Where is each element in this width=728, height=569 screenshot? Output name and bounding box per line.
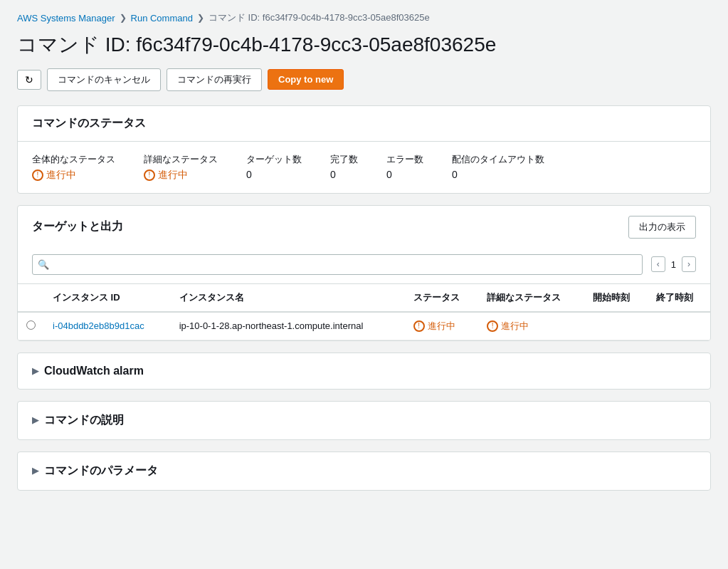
row-detailed-status-icon: ! xyxy=(487,320,498,332)
cloudwatch-section: ▶ CloudWatch alarm xyxy=(17,353,711,390)
breadcrumb-link-run-command[interactable]: Run Command xyxy=(131,13,193,24)
in-progress-icon-detailed: ! xyxy=(144,169,155,181)
table-head: インスタンス ID インスタンス名 ステータス 詳細なステータス 開始時刻 終了… xyxy=(18,284,710,312)
status-label-timeout: 配信のタイムアウト数 xyxy=(452,153,544,166)
col-end-time: 終了時刻 xyxy=(648,284,710,312)
status-card-body: 全体的なステータス ! 進行中 詳細なステータス ! 進行中 ターゲット数 0 xyxy=(18,142,710,193)
search-icon: 🔍 xyxy=(38,259,49,270)
col-instance-name: インスタンス名 xyxy=(171,284,405,312)
targets-title: ターゲットと出力 xyxy=(32,219,123,234)
cloudwatch-arrow: ▶ xyxy=(32,366,38,376)
refresh-button[interactable]: ↻ xyxy=(17,70,41,90)
status-card: コマンドのステータス 全体的なステータス ! 進行中 詳細なステータス ! 進行… xyxy=(17,105,711,194)
parameters-section: ▶ コマンドのパラメータ xyxy=(17,451,711,491)
copy-to-new-button[interactable]: Copy to new xyxy=(268,69,344,90)
row-instance-name: ip-10-0-1-28.ap-northeast-1.compute.inte… xyxy=(171,312,405,340)
status-value-targets: 0 xyxy=(246,169,302,180)
col-detailed-status: 詳細なステータス xyxy=(478,284,584,312)
row-radio-cell xyxy=(18,312,44,340)
pagination-prev-button[interactable]: ‹ xyxy=(651,256,665,272)
show-output-button[interactable]: 出力の表示 xyxy=(628,216,696,239)
row-status: !進行中 xyxy=(405,312,479,340)
description-title: コマンドの説明 xyxy=(44,413,124,428)
status-label-detailed: 詳細なステータス xyxy=(144,153,218,166)
breadcrumb: AWS Systems Manager ❯ Run Command ❯ コマンド… xyxy=(17,11,711,24)
col-radio xyxy=(18,284,44,312)
row-end-time xyxy=(648,312,710,340)
row-detailed-status-text: 進行中 xyxy=(501,320,529,333)
status-value-detailed: ! 進行中 xyxy=(144,169,218,182)
status-value-overall: ! 進行中 xyxy=(32,169,115,182)
col-start-time: 開始時刻 xyxy=(584,284,647,312)
status-item-targets: ターゲット数 0 xyxy=(246,153,302,182)
instance-id-link[interactable]: i-04bddb2eb8b9d1cac xyxy=(53,320,144,331)
status-item-completed: 完了数 0 xyxy=(330,153,358,182)
status-label-targets: ターゲット数 xyxy=(246,153,302,166)
search-input-wrapper: 🔍 xyxy=(32,254,643,275)
status-item-timeout: 配信のタイムアウト数 0 xyxy=(452,153,544,182)
table-body: i-04bddb2eb8b9d1cacip-10-0-1-28.ap-north… xyxy=(18,312,710,340)
row-detailed-status: !進行中 xyxy=(478,312,584,340)
rerun-command-button[interactable]: コマンドの再実行 xyxy=(167,68,262,91)
row-status-icon: ! xyxy=(413,320,425,332)
description-arrow: ▶ xyxy=(32,415,38,425)
parameters-arrow: ▶ xyxy=(32,466,38,476)
cloudwatch-title: CloudWatch alarm xyxy=(44,365,144,377)
refresh-icon: ↻ xyxy=(25,75,33,85)
search-input[interactable] xyxy=(32,254,643,275)
breadcrumb-sep-1: ❯ xyxy=(120,13,127,23)
table-row[interactable]: i-04bddb2eb8b9d1cacip-10-0-1-28.ap-north… xyxy=(18,312,710,340)
description-section: ▶ コマンドの説明 xyxy=(17,401,711,440)
targets-card: ターゲットと出力 出力の表示 🔍 ‹ 1 › インスタンス ID インスタンス名… xyxy=(17,205,711,341)
targets-table: インスタンス ID インスタンス名 ステータス 詳細なステータス 開始時刻 終了… xyxy=(18,284,710,340)
cancel-command-button[interactable]: コマンドのキャンセル xyxy=(47,68,161,91)
row-radio[interactable] xyxy=(26,320,36,330)
col-instance-id: インスタンス ID xyxy=(44,284,171,312)
pagination: ‹ 1 › xyxy=(651,256,696,272)
table-header-row: インスタンス ID インスタンス名 ステータス 詳細なステータス 開始時刻 終了… xyxy=(18,284,710,312)
status-label-overall: 全体的なステータス xyxy=(32,153,115,166)
toolbar: ↻ コマンドのキャンセル コマンドの再実行 Copy to new xyxy=(17,68,711,91)
status-card-header: コマンドのステータス xyxy=(18,106,710,142)
parameters-header[interactable]: ▶ コマンドのパラメータ xyxy=(18,452,710,490)
cloudwatch-header[interactable]: ▶ CloudWatch alarm xyxy=(18,353,710,389)
status-grid: 全体的なステータス ! 進行中 詳細なステータス ! 進行中 ターゲット数 0 xyxy=(32,153,696,182)
page-title: コマンド ID: f6c34f79-0c4b-4178-9cc3-05ae8f0… xyxy=(17,33,711,57)
breadcrumb-sep-2: ❯ xyxy=(197,13,204,23)
row-start-time xyxy=(584,312,647,340)
page-wrapper: AWS Systems Manager ❯ Run Command ❯ コマンド… xyxy=(0,0,728,569)
status-value-errors: 0 xyxy=(386,169,423,180)
search-bar-row: 🔍 ‹ 1 › xyxy=(18,249,710,284)
status-item-overall: 全体的なステータス ! 進行中 xyxy=(32,153,115,182)
status-label-completed: 完了数 xyxy=(330,153,358,166)
status-card-title: コマンドのステータス xyxy=(32,116,696,131)
col-status: ステータス xyxy=(405,284,479,312)
pagination-current: 1 xyxy=(671,259,676,270)
row-status-text: 進行中 xyxy=(428,320,455,333)
row-instance-id: i-04bddb2eb8b9d1cac xyxy=(44,312,171,340)
status-item-detailed: 詳細なステータス ! 進行中 xyxy=(144,153,218,182)
targets-card-header: ターゲットと出力 出力の表示 xyxy=(18,206,710,249)
status-item-errors: エラー数 0 xyxy=(386,153,423,182)
status-label-errors: エラー数 xyxy=(386,153,423,166)
in-progress-icon-overall: ! xyxy=(32,169,43,181)
status-value-timeout: 0 xyxy=(452,169,544,180)
status-value-completed: 0 xyxy=(330,169,358,180)
parameters-title: コマンドのパラメータ xyxy=(44,464,158,479)
description-header[interactable]: ▶ コマンドの説明 xyxy=(18,402,710,439)
breadcrumb-link-ssm[interactable]: AWS Systems Manager xyxy=(17,13,115,24)
pagination-next-button[interactable]: › xyxy=(682,256,696,272)
breadcrumb-current: コマンド ID: f6c34f79-0c4b-4178-9cc3-05ae8f0… xyxy=(209,11,430,24)
